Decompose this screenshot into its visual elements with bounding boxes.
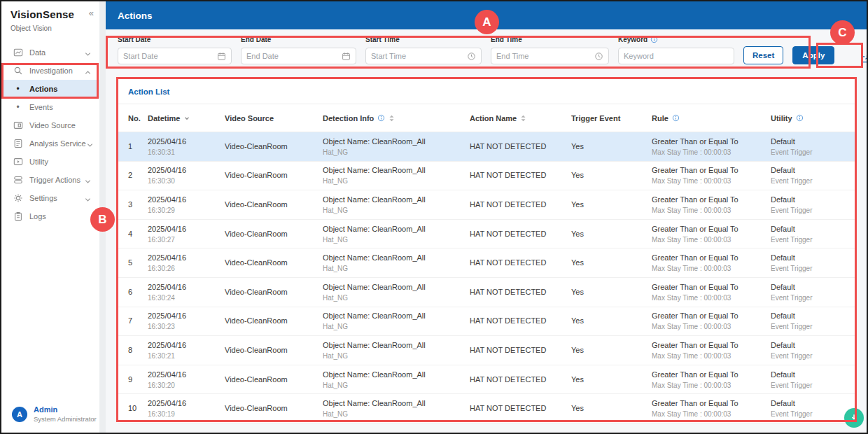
end-time-input[interactable] — [496, 52, 590, 60]
layers-icon — [13, 175, 23, 186]
reset-button[interactable]: Reset — [743, 46, 783, 64]
user-panel[interactable]: A Admin System Administrator — [1, 405, 99, 433]
filter-label: End Date — [241, 36, 356, 43]
apply-button[interactable]: Apply — [792, 46, 834, 64]
sidebar-item-logs[interactable]: Logs — [1, 207, 99, 225]
table-row[interactable]: 72025/04/1616:30:23Video-CleanRoomObject… — [117, 307, 855, 337]
column-header-trigger-event: Trigger Event — [571, 114, 652, 122]
cell-detection_main: Object Name: CleanRoom_AllHat_NG — [323, 225, 470, 244]
cell-utility_main: DefaultEvent Trigger — [771, 225, 844, 244]
sidebar-item-label: Video Source — [29, 121, 92, 130]
sidebar-item-actions[interactable]: •Actions — [1, 80, 99, 98]
cell-date: 2025/04/1616:30:31 — [148, 137, 225, 156]
filter-label-text: End Time — [491, 36, 522, 43]
keyword-input[interactable] — [624, 52, 729, 60]
avatar: A — [12, 407, 27, 422]
sidebar-item-trigger-actions[interactable]: Trigger Actions — [1, 171, 99, 189]
cell-utility_main: DefaultEvent Trigger — [771, 137, 844, 156]
table-row[interactable]: 52025/04/1616:30:26Video-CleanRoomObject… — [117, 248, 855, 278]
table-row[interactable]: 92025/04/1616:30:20Video-CleanRoomObject… — [117, 365, 855, 395]
cell-value: 2025/04/16 — [148, 166, 225, 175]
table-row[interactable]: 32025/04/1616:30:29Video-CleanRoomObject… — [117, 190, 855, 220]
sidebar-item-video-source[interactable]: Video Source — [1, 116, 99, 134]
info-icon[interactable] — [377, 114, 385, 122]
calendar-icon[interactable] — [217, 52, 226, 61]
info-icon[interactable] — [650, 36, 658, 43]
cell-rule_main: Greater Than or Equal ToMax Stay Time : … — [652, 312, 771, 330]
cell-value: HAT NOT DETECTED — [470, 171, 571, 180]
cell-value: 2025/04/16 — [148, 253, 225, 262]
column-header-detection-info[interactable]: Detection Info — [323, 114, 470, 122]
cell-trigger_event: Yes — [571, 171, 652, 180]
cell-video_source: Video-CleanRoom — [225, 258, 323, 267]
bullet-icon: • — [13, 84, 23, 94]
cell-date: 2025/04/1616:30:27 — [148, 225, 225, 244]
cell-value: HAT NOT DETECTED — [470, 200, 571, 209]
cell-action_name: HAT NOT DETECTED — [470, 258, 571, 267]
cell-value: HAT NOT DETECTED — [470, 288, 571, 297]
sidebar-item-settings[interactable]: Settings — [1, 189, 99, 207]
table-row[interactable]: 42025/04/1616:30:27Video-CleanRoomObject… — [117, 220, 855, 249]
calendar-icon[interactable] — [342, 52, 351, 61]
cell-value: 2025/04/16 — [148, 399, 225, 408]
chevron-up-icon — [84, 66, 92, 75]
cell-value: Video-CleanRoom — [225, 230, 323, 239]
page-title: Actions — [118, 10, 153, 21]
info-icon[interactable] — [796, 114, 804, 122]
sidebar-item-utility[interactable]: Utility — [1, 153, 99, 171]
cell-value: Yes — [571, 171, 652, 180]
cell-video_source: Video-CleanRoom — [225, 230, 323, 239]
cell-value: Greater Than or Equal To — [652, 137, 771, 146]
cell-trigger_event: Yes — [571, 346, 652, 355]
cell-trigger_event: Yes — [571, 142, 652, 151]
start-date-input[interactable] — [123, 52, 213, 60]
export-button[interactable]: Export — [857, 54, 868, 64]
end-date-input[interactable] — [246, 52, 337, 60]
cell-subvalue: Max Stay Time : 00:00:03 — [652, 382, 771, 389]
app-subtitle: Object Vision — [10, 24, 94, 32]
sidebar-item-investigation[interactable]: Investigation — [1, 62, 99, 80]
cell-subvalue: 16:30:31 — [148, 148, 225, 156]
main-content: Actions Start DateEnd DateStart TimeEnd … — [106, 1, 867, 433]
table-row[interactable]: 22025/04/1616:30:30Video-CleanRoomObject… — [117, 162, 855, 191]
sidebar-resize-gutter[interactable] — [99, 1, 106, 433]
column-header-datetime[interactable]: Datetime — [148, 114, 225, 122]
sidebar-item-label: Trigger Actions — [29, 176, 84, 184]
cell-detection_main: Object Name: CleanRoom_AllHat_NG — [323, 137, 470, 156]
cell-value: HAT NOT DETECTED — [470, 375, 571, 384]
filter-label: Keyword — [618, 36, 734, 43]
cell-value: Default — [771, 225, 844, 234]
table-row[interactable]: 102025/04/1616:30:19Video-CleanRoomObjec… — [117, 394, 855, 424]
table-row[interactable]: 12025/04/1616:30:31Video-CleanRoomObject… — [117, 132, 855, 162]
table-row[interactable]: 82025/04/1616:30:21Video-CleanRoomObject… — [117, 336, 855, 365]
cell-value: 2025/04/16 — [148, 312, 225, 321]
cell-value: Default — [771, 312, 844, 321]
info-icon[interactable] — [672, 114, 680, 122]
clock-icon[interactable] — [467, 52, 476, 61]
cell-subvalue: Max Stay Time : 00:00:03 — [652, 352, 771, 360]
clock-icon[interactable] — [594, 52, 603, 61]
sidebar-item-analysis-service[interactable]: Analysis Service — [1, 134, 99, 153]
cell-value: Default — [771, 137, 844, 146]
cell-subvalue: Hat_NG — [323, 265, 470, 272]
video-icon — [13, 120, 23, 131]
sort-desc-icon[interactable] — [183, 115, 190, 122]
sidebar-item-events[interactable]: •Events — [1, 98, 99, 116]
cell-rule_main: Greater Than or Equal ToMax Stay Time : … — [652, 370, 771, 389]
column-header-utility: Utility — [771, 114, 844, 122]
table-row[interactable]: 62025/04/1616:30:24Video-CleanRoomObject… — [117, 278, 855, 307]
sort-icon[interactable] — [388, 114, 395, 122]
column-header-action-name[interactable]: Action Name — [470, 114, 571, 122]
cell-no: 9 — [128, 375, 148, 384]
start-time-input[interactable] — [371, 52, 463, 60]
download-fab[interactable] — [844, 408, 864, 428]
sort-icon[interactable] — [520, 114, 526, 122]
cell-value: HAT NOT DETECTED — [470, 142, 571, 151]
cell-value: Video-CleanRoom — [225, 142, 323, 151]
cell-value: Object Name: CleanRoom_All — [323, 341, 470, 350]
cell-value: Yes — [571, 142, 652, 151]
sidebar-collapse-icon[interactable]: « — [89, 8, 94, 18]
cell-value: Greater Than or Equal To — [652, 283, 771, 292]
filter-input-box — [618, 48, 734, 64]
sidebar-item-data[interactable]: Data — [1, 43, 99, 62]
